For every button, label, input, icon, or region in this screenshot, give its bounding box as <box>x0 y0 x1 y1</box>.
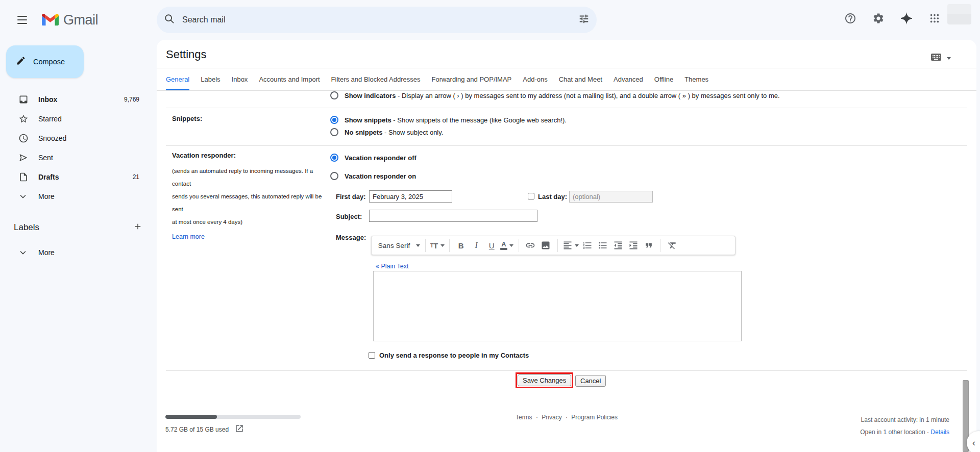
quote-icon[interactable] <box>642 238 655 253</box>
privacy-link[interactable]: Privacy <box>542 414 561 421</box>
storage-usage: 5.72 GB of 15 GB used <box>165 424 244 435</box>
vacation-responder-label: Vacation responder: <box>172 152 326 159</box>
insert-image-icon[interactable] <box>539 238 553 253</box>
row-divider <box>166 145 967 146</box>
compose-button[interactable]: Compose <box>6 45 84 78</box>
sidebar-item-drafts[interactable]: Drafts 21 <box>0 167 157 187</box>
vacation-responder-label-column: Vacation responder: (sends an automated … <box>172 152 326 241</box>
star-icon <box>18 114 29 124</box>
tab-accounts-and-import[interactable]: Accounts and Import <box>259 68 320 90</box>
inbox-icon <box>18 94 29 105</box>
add-label-plus-icon[interactable] <box>133 222 142 233</box>
external-link-icon[interactable] <box>235 424 244 435</box>
send-icon <box>18 153 29 163</box>
sidebar-nav: Inbox 9,769 Starred Snoozed Sent Drafts <box>0 90 157 206</box>
vacation-off-radio[interactable] <box>330 154 338 162</box>
show-indicators-radio[interactable] <box>330 91 338 99</box>
bold-button[interactable]: B <box>454 238 468 253</box>
details-link[interactable]: Details <box>930 429 949 436</box>
labels-more-item[interactable]: More <box>0 243 157 262</box>
indent-increase-icon[interactable] <box>626 238 640 253</box>
chevron-down-icon <box>18 247 29 258</box>
align-button[interactable] <box>562 238 579 253</box>
terms-link[interactable]: Terms <box>516 414 532 421</box>
footer-links: Terms · Privacy · Program Policies <box>157 414 976 421</box>
last-day-input[interactable] <box>569 191 653 203</box>
gmail-m-icon <box>42 13 59 28</box>
tab-advanced[interactable]: Advanced <box>614 68 643 90</box>
show-indicators-option[interactable]: Show indicators - Display an arrow ( › )… <box>330 91 780 99</box>
vacation-responder-off-option[interactable]: Vacation responder off <box>330 154 416 162</box>
sidebar: Compose Inbox 9,769 Starred Snoozed Sent <box>0 40 157 452</box>
tab-general[interactable]: General <box>166 68 189 90</box>
program-policies-link[interactable]: Program Policies <box>571 414 618 421</box>
tab-chat-and-meet[interactable]: Chat and Meet <box>559 68 602 90</box>
search-bar[interactable]: Search mail <box>157 7 597 33</box>
sidebar-item-starred[interactable]: Starred <box>0 109 157 129</box>
sidebar-item-inbox[interactable]: Inbox 9,769 <box>0 90 157 109</box>
tab-inbox[interactable]: Inbox <box>232 68 248 90</box>
underline-button[interactable]: U <box>485 238 499 253</box>
subject-input[interactable] <box>369 210 537 222</box>
search-input[interactable]: Search mail <box>182 15 578 24</box>
italic-button[interactable]: I <box>470 238 483 253</box>
sidebar-item-more[interactable]: More <box>0 187 157 206</box>
search-options-tune-icon[interactable] <box>578 13 590 27</box>
last-account-activity: Last account activity: in 1 minute <box>860 414 949 426</box>
show-snippets-radio[interactable] <box>330 116 338 124</box>
vacation-on-radio[interactable] <box>330 172 338 180</box>
save-changes-button[interactable]: Save Changes <box>518 374 571 386</box>
compose-pencil-icon <box>16 56 26 68</box>
input-tools-control[interactable] <box>930 51 951 65</box>
avatar[interactable] <box>947 4 971 24</box>
show-snippets-option[interactable]: Show snippets - Show snippets of the mes… <box>330 116 567 124</box>
message-textarea[interactable] <box>373 271 742 341</box>
sidebar-item-sent[interactable]: Sent <box>0 148 157 167</box>
tab-offline[interactable]: Offline <box>654 68 673 90</box>
tab-labels[interactable]: Labels <box>201 68 220 90</box>
search-icon[interactable] <box>164 13 175 27</box>
insert-link-icon[interactable] <box>524 238 537 253</box>
contacts-only-option[interactable]: Only send a response to people in my Con… <box>369 351 529 359</box>
font-size-button[interactable]: TT <box>430 238 445 253</box>
tab-filters-and-blocked-addresses[interactable]: Filters and Blocked Addresses <box>331 68 421 90</box>
help-icon[interactable] <box>840 8 861 29</box>
remove-formatting-icon[interactable] <box>665 238 679 253</box>
clock-icon <box>18 133 29 143</box>
no-snippets-option[interactable]: No snippets - Show subject only. <box>330 128 443 136</box>
cancel-button[interactable]: Cancel <box>575 375 606 387</box>
draft-file-icon <box>18 172 29 182</box>
font-family-select[interactable]: Sans Serif <box>378 238 421 253</box>
account-activity: Last account activity: in 1 minute Open … <box>860 414 949 438</box>
plain-text-link[interactable]: « Plain Text <box>376 263 408 270</box>
chevron-down-icon <box>440 244 445 247</box>
main-menu-icon[interactable] <box>12 11 32 29</box>
learn-more-link[interactable]: Learn more <box>172 233 205 240</box>
indent-decrease-icon[interactable] <box>611 238 625 253</box>
no-snippets-radio[interactable] <box>330 128 338 136</box>
labels-heading: Labels <box>14 222 39 233</box>
tab-themes[interactable]: Themes <box>684 68 708 90</box>
chevron-down-icon <box>509 244 513 247</box>
last-day-checkbox[interactable] <box>528 193 534 199</box>
gmail-logo[interactable]: Gmail <box>42 12 98 28</box>
tab-add-ons[interactable]: Add-ons <box>523 68 547 90</box>
text-color-button[interactable]: A <box>500 238 514 253</box>
first-day-input[interactable] <box>369 190 452 203</box>
inbox-count: 9,769 <box>124 96 139 103</box>
tab-forwarding-and-pop-imap[interactable]: Forwarding and POP/IMAP <box>431 68 511 90</box>
input-tools-arrow-icon <box>947 57 951 60</box>
gemini-sparkle-icon[interactable] <box>896 8 917 29</box>
numbered-list-icon[interactable] <box>580 238 594 253</box>
settings-gear-icon[interactable] <box>868 8 889 29</box>
sidebar-item-snoozed[interactable]: Snoozed <box>0 129 157 148</box>
text-color-icon: A <box>500 241 507 250</box>
vacation-responder-description: (sends an automated reply to incoming me… <box>172 165 326 229</box>
contacts-only-checkbox[interactable] <box>369 352 375 359</box>
vacation-responder-on-option[interactable]: Vacation responder on <box>330 172 416 180</box>
bulleted-list-icon[interactable] <box>596 238 609 253</box>
settings-panel: Settings General Labels Inbox Accounts a… <box>157 40 976 452</box>
apps-grid-icon[interactable] <box>924 8 945 29</box>
buttons-divider <box>166 370 967 371</box>
row-divider <box>166 108 967 108</box>
